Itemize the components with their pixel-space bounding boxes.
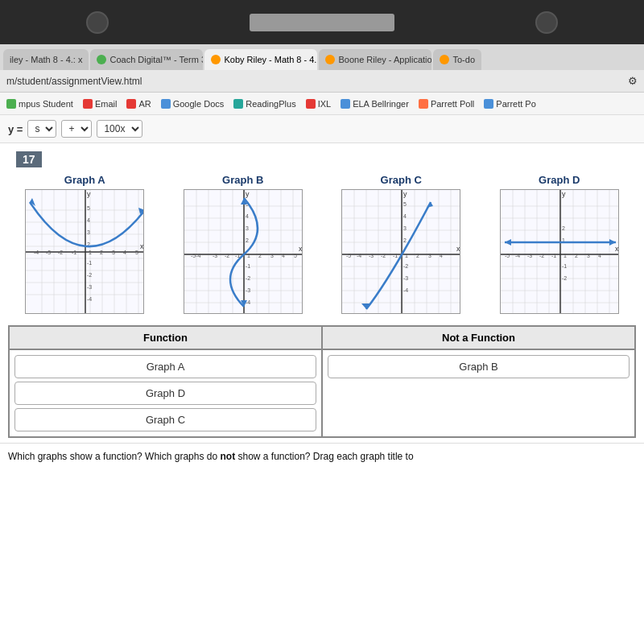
graph-c-wrapper: Graph C [324, 174, 478, 314]
graph-b-wrapper: Graph B [167, 174, 320, 314]
svg-text:-2: -2 [403, 263, 408, 269]
browser-window: iley - Math 8 - 4.: x Coach Digital™ - T… [0, 44, 644, 644]
graphs-container: Graph A [0, 167, 644, 320]
svg-text:1: 1 [564, 253, 567, 258]
bookmark-6-label: ELA Bellringer [353, 99, 409, 109]
tab-3[interactable]: Boone Riley - Applicatio x [319, 49, 431, 70]
svg-text:5: 5 [87, 205, 90, 211]
svg-text:x: x [456, 245, 460, 253]
svg-text:-4: -4 [357, 253, 361, 258]
tab-1[interactable]: Coach Digital™ - Term 3 x [90, 49, 203, 70]
svg-text:2: 2 [403, 237, 407, 243]
formula-select-1[interactable]: s [27, 120, 56, 138]
bookmark-0-label: mpus Student [19, 99, 73, 109]
graph-a-svg: x y -4 -3 -2 -1 1 2 3 4 5 5 4 3 [26, 190, 144, 314]
svg-text:-1: -1 [246, 263, 250, 269]
svg-text:2: 2 [416, 253, 419, 258]
bookmark-1[interactable]: Email [83, 99, 118, 109]
svg-text:-2: -2 [381, 253, 386, 258]
tab-4-label: To-do [452, 55, 475, 64]
svg-text:-3: -3 [369, 253, 374, 258]
bookmark-5-label: IXL [318, 99, 332, 109]
svg-text:4: 4 [87, 217, 90, 223]
tab-2-icon [211, 55, 221, 64]
svg-text:-2: -2 [562, 275, 567, 281]
graph-c-svg: x y -5 -4 -3 -2 -1 1 2 3 4 5 4 [342, 190, 460, 314]
tab-3-icon [325, 55, 335, 64]
graph-b-svg: x y -5-4 -3 -2 -1 1 2 3 4 5 5 4 [184, 190, 303, 314]
svg-text:3: 3 [270, 253, 274, 258]
bookmark-5[interactable]: IXL [306, 99, 332, 109]
svg-text:-5: -5 [505, 253, 510, 258]
col-header-not-function: Not a Function [323, 327, 634, 349]
bookmark-8-icon [484, 99, 493, 109]
question-number: 17 [16, 151, 42, 167]
svg-text:y: y [403, 190, 407, 198]
address-bar[interactable]: m/student/assignmentView.html ⚙ [0, 70, 644, 93]
tab-2-label: Koby Riley - Math 8 - 4.: x [224, 55, 317, 64]
bookmark-3[interactable]: Google Docs [161, 99, 225, 109]
function-col: Graph A Graph D Graph C [10, 350, 323, 436]
svg-text:4: 4 [598, 253, 601, 258]
bookmark-7-label: Parrett Poll [431, 99, 474, 109]
settings-icon[interactable]: ⚙ [628, 75, 638, 87]
svg-text:y: y [246, 190, 250, 198]
answer-table: Function Not a Function Graph A Graph D … [8, 325, 636, 438]
graph-a-wrapper: Graph A [8, 174, 162, 314]
tab-1-icon [97, 55, 106, 64]
bookmark-8-label: Parrett Po [496, 99, 536, 109]
svg-text:x: x [299, 245, 303, 253]
bookmark-6-icon [341, 99, 350, 109]
bookmark-4-label: ReadingPlus [246, 99, 295, 109]
graph-d-svg: x y -5 -4 -3 -2 -1 1 2 3 4 2 1 [501, 190, 619, 314]
svg-text:5: 5 [294, 253, 297, 258]
answer-table-body: Graph A Graph D Graph C Graph B [10, 350, 634, 436]
page-content: y = s + 100x 17 Graph A [0, 115, 644, 644]
tab-2[interactable]: Koby Riley - Math 8 - 4.: x [204, 49, 317, 70]
question-number-container: 17 [8, 147, 636, 167]
svg-text:1: 1 [89, 250, 92, 255]
bookmark-0-icon [6, 99, 16, 109]
svg-text:-3: -3 [46, 250, 51, 255]
tab-0[interactable]: iley - Math 8 - 4.: x [3, 49, 89, 70]
svg-text:-4: -4 [87, 296, 92, 302]
tab-3-label: Boone Riley - Applicatio x [338, 55, 431, 64]
bookmark-6[interactable]: ELA Bellringer [341, 99, 409, 109]
chip-graph-a[interactable]: Graph A [14, 355, 316, 378]
col-header-function: Function [10, 327, 323, 349]
graph-a-title: Graph A [64, 174, 105, 186]
svg-text:3: 3 [112, 250, 115, 255]
formula-select-2[interactable]: + [61, 120, 92, 138]
svg-text:-1: -1 [551, 253, 556, 258]
tab-4-icon [440, 55, 449, 64]
chip-graph-d[interactable]: Graph D [14, 382, 316, 405]
bookmark-7-icon [419, 99, 428, 109]
bookmark-8[interactable]: Parrett Po [484, 99, 536, 109]
bookmark-4-icon [233, 99, 243, 109]
formula-select-3[interactable]: 100x [97, 120, 142, 138]
svg-text:2: 2 [246, 237, 249, 243]
bookmark-5-icon [306, 99, 316, 109]
svg-text:4: 4 [403, 213, 407, 219]
chip-graph-c[interactable]: Graph C [14, 408, 316, 431]
svg-text:5: 5 [135, 250, 138, 255]
svg-text:y: y [87, 190, 91, 198]
svg-text:3: 3 [428, 253, 431, 258]
svg-text:4: 4 [282, 253, 285, 258]
bookmark-7[interactable]: Parrett Poll [419, 99, 474, 109]
svg-text:-2: -2 [539, 253, 544, 258]
svg-text:x: x [615, 245, 619, 253]
bookmark-2[interactable]: AR [126, 99, 151, 109]
bookmark-4[interactable]: ReadingPlus [233, 99, 295, 109]
bookmark-3-label: Google Docs [173, 99, 225, 109]
answer-table-header: Function Not a Function [10, 327, 634, 350]
svg-text:-3: -3 [527, 253, 532, 258]
bookmarks-bar: mpus Student Email AR Google Docs Readin… [0, 93, 644, 115]
tab-4[interactable]: To-do [433, 49, 481, 70]
svg-text:3: 3 [87, 229, 90, 235]
bookmark-0[interactable]: mpus Student [6, 99, 73, 109]
svg-text:-2: -2 [58, 250, 63, 255]
svg-text:3: 3 [587, 253, 590, 258]
svg-text:y: y [562, 190, 566, 198]
chip-graph-b[interactable]: Graph B [328, 355, 630, 378]
